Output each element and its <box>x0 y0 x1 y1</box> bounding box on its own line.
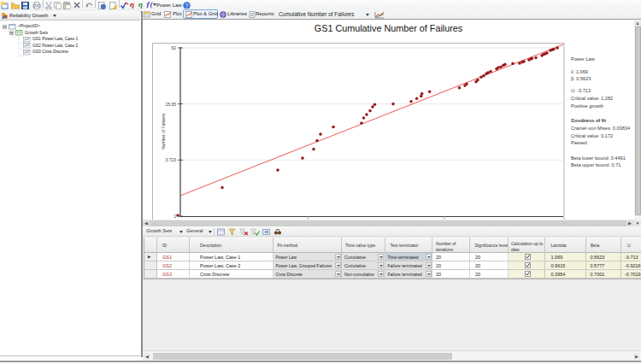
svg-text:?: ? <box>185 3 189 9</box>
